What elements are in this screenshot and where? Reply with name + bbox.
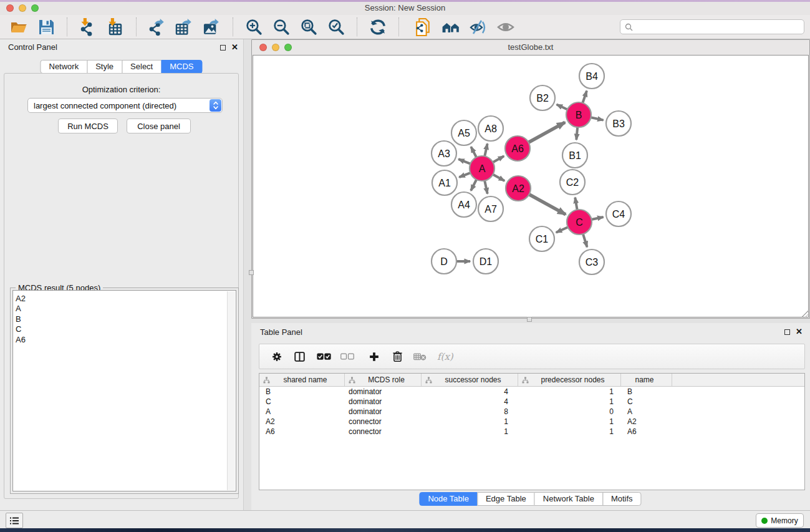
table-tab-network-table[interactable]: Network Table [534,492,603,506]
mcds-tab-content: Optimization criterion: largest connecte… [4,73,239,499]
select-all-icon[interactable] [317,349,331,365]
close-window-icon[interactable] [6,4,14,12]
export-network-icon[interactable] [148,17,166,37]
table-tab-node-table[interactable]: Node Table [419,492,478,506]
mcds-result-item[interactable]: A [16,304,236,314]
table-row[interactable]: Bdominator41B [259,387,804,397]
cell: A [259,407,345,416]
refresh-icon[interactable] [369,17,387,37]
column-header-MCDS-role[interactable]: MCDS role [345,374,422,386]
task-history-button[interactable] [6,513,23,528]
column-header-name[interactable]: name [621,374,672,386]
app-titlebar[interactable]: Session: New Session [0,2,810,15]
columns-icon[interactable] [294,349,305,365]
optimization-criterion-label: Optimization criterion: [4,85,238,94]
node-label-B4: B4 [586,71,598,82]
control-panel: Control Panel ✕ NetworkStyleSelectMCDS O… [0,39,244,510]
criterion-dropdown[interactable]: largest connected component (directed) [27,98,223,113]
minimize-window-icon[interactable] [19,4,26,12]
cell: 1 [422,427,518,436]
mcds-result-list[interactable]: A2ABCA6 [12,290,236,491]
zoom-out-icon[interactable] [272,17,291,37]
hide-selected-icon[interactable] [469,17,488,37]
memory-button[interactable]: Memory [756,513,804,528]
splitter-handle-bottom[interactable] [527,317,532,322]
node-label-C3: C3 [586,257,599,268]
save-session-icon[interactable] [37,17,55,37]
column-header-predecessor-nodes[interactable]: predecessor nodes [518,374,621,386]
table-tab-edge-table[interactable]: Edge Table [477,492,535,506]
mcds-result-item[interactable]: A6 [16,335,236,345]
mcds-result-item[interactable]: A2 [16,294,236,304]
network-window-titlebar[interactable]: testGlobe.txt [252,40,809,54]
table-panel-title: Table Panel [260,327,302,337]
mcds-result-item[interactable]: B [16,314,236,324]
window-resize-handle[interactable] [802,311,809,317]
search-field[interactable] [620,19,804,34]
cell: 8 [422,407,518,416]
table-row[interactable]: Cdominator41C [259,397,804,407]
network-view-window[interactable]: testGlobe.txt AA1A2A3A4A5A6A7A8BB1B2B3B4… [251,39,810,319]
zoom-selected-icon[interactable] [327,17,345,37]
cell: connector [345,417,422,426]
zoom-in-icon[interactable] [244,17,263,37]
cell: dominator [345,397,422,406]
float-panel-icon[interactable] [220,45,226,51]
run-mcds-button[interactable]: Run MCDS [58,118,118,133]
export-image-icon[interactable] [203,17,221,37]
table-row[interactable]: Adominator80A [259,407,804,417]
add-icon[interactable] [369,349,379,365]
maximize-window-icon[interactable] [31,4,39,12]
node-table[interactable]: shared nameMCDS rolesuccessor nodesprede… [259,373,805,490]
network-traffic-lights [259,44,292,51]
show-all-icon[interactable] [496,17,515,37]
node-label-A3: A3 [438,148,450,159]
network-maximize-icon[interactable] [284,44,292,51]
network-window-title: testGlobe.txt [252,40,809,54]
cell: A6 [621,427,672,436]
dropdown-stepper-icon[interactable] [210,99,221,112]
first-neighbors-icon[interactable] [441,17,460,37]
tab-mcds[interactable]: MCDS [161,60,202,74]
import-table-icon[interactable] [106,17,125,37]
cell: 4 [422,387,518,396]
tab-select[interactable]: Select [122,60,162,74]
cell: 1 [518,387,621,396]
table-row[interactable]: A6connector11A6 [259,427,804,437]
splitter-handle-left[interactable] [249,270,254,275]
table-toolbar: f(x) [259,344,805,369]
import-network-icon[interactable] [79,17,97,37]
tab-network[interactable]: Network [40,60,87,74]
node-label-A2: A2 [512,183,524,194]
table-row[interactable]: A2connector11A2 [259,417,804,427]
result-scrollbar[interactable] [227,291,235,490]
export-table-icon[interactable] [175,17,194,37]
status-bar: Memory [0,510,810,528]
table-float-icon[interactable] [784,329,790,335]
mcds-result-item[interactable]: C [16,324,236,334]
gear-icon[interactable] [272,349,282,365]
new-network-from-selection-icon[interactable] [414,17,433,37]
table-close-icon[interactable]: ✕ [796,329,803,335]
control-panel-title: Control Panel [8,42,57,52]
zoom-fit-icon[interactable] [299,17,318,37]
close-panel-button[interactable]: Close panel [127,118,191,133]
tab-style[interactable]: Style [87,60,122,74]
network-close-icon[interactable] [259,44,267,51]
mcds-result-group: MCDS result (5 nodes) A2ABCA6 [10,288,239,494]
column-header-shared-name[interactable]: shared name [259,374,345,386]
table-tab-motifs[interactable]: Motifs [602,492,642,506]
open-session-icon[interactable] [9,17,28,37]
network-minimize-icon[interactable] [272,44,279,51]
cell: C [621,397,672,406]
table-panel: Table Panel ✕ f(x) shared nameMCDS roles… [251,323,810,510]
close-panel-icon[interactable]: ✕ [231,44,238,51]
node-label-B1: B1 [569,150,581,161]
trash-icon[interactable] [393,349,402,365]
column-header-successor-nodes[interactable]: successor nodes [422,374,518,386]
network-canvas[interactable]: AA1A2A3A4A5A6A7A8BB1B2B3B4CC1C2C3C4DD1 [253,55,809,317]
cell: A2 [259,417,345,426]
node-label-A8: A8 [485,123,497,134]
node-label-C2: C2 [566,177,579,188]
deselect-all-icon[interactable] [340,349,354,365]
